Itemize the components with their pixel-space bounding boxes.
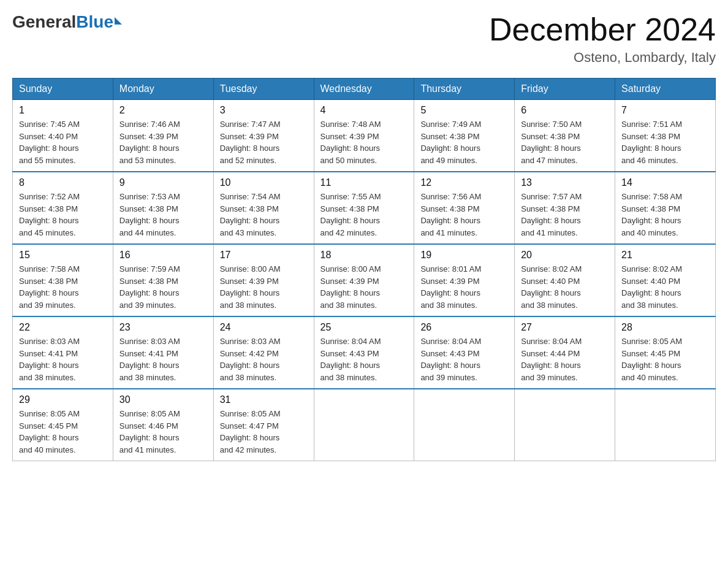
table-row: 27 Sunrise: 8:04 AM Sunset: 4:44 PM Dayl… [515,316,615,389]
table-row: 14 Sunrise: 7:58 AM Sunset: 4:38 PM Dayl… [615,172,716,244]
table-row: 6 Sunrise: 7:50 AM Sunset: 4:38 PM Dayli… [515,100,615,172]
day-number: 10 [220,177,308,188]
day-number: 9 [119,177,207,188]
table-row: 18 Sunrise: 8:00 AM Sunset: 4:39 PM Dayl… [314,244,414,316]
calendar-row-2: 8 Sunrise: 7:52 AM Sunset: 4:38 PM Dayli… [13,172,716,244]
day-number: 28 [621,322,709,333]
table-row: 23 Sunrise: 8:03 AM Sunset: 4:41 PM Dayl… [113,316,213,389]
table-row: 7 Sunrise: 7:51 AM Sunset: 4:38 PM Dayli… [615,100,716,172]
day-info: Sunrise: 8:02 AM Sunset: 4:40 PM Dayligh… [521,263,609,311]
day-info: Sunrise: 8:03 AM Sunset: 4:41 PM Dayligh… [119,335,207,383]
table-row: 21 Sunrise: 8:02 AM Sunset: 4:40 PM Dayl… [615,244,716,316]
day-info: Sunrise: 7:56 AM Sunset: 4:38 PM Dayligh… [420,191,508,239]
calendar-table: Sunday Monday Tuesday Wednesday Thursday… [12,78,716,461]
day-info: Sunrise: 7:58 AM Sunset: 4:38 PM Dayligh… [621,191,709,239]
day-number: 6 [521,105,609,116]
day-number: 30 [119,394,207,405]
table-row [314,389,414,461]
day-info: Sunrise: 7:55 AM Sunset: 4:38 PM Dayligh… [320,191,408,239]
day-info: Sunrise: 7:50 AM Sunset: 4:38 PM Dayligh… [521,118,609,166]
day-info: Sunrise: 7:59 AM Sunset: 4:38 PM Dayligh… [119,263,207,311]
table-row: 2 Sunrise: 7:46 AM Sunset: 4:39 PM Dayli… [113,100,213,172]
table-row: 19 Sunrise: 8:01 AM Sunset: 4:39 PM Dayl… [414,244,515,316]
logo: General Blue [12,12,122,32]
day-number: 3 [220,105,308,116]
day-number: 16 [119,250,207,261]
table-row: 4 Sunrise: 7:48 AM Sunset: 4:39 PM Dayli… [314,100,414,172]
day-number: 13 [521,177,609,188]
day-number: 25 [320,322,408,333]
day-number: 5 [420,105,508,116]
table-row: 16 Sunrise: 7:59 AM Sunset: 4:38 PM Dayl… [113,244,213,316]
day-number: 2 [119,105,207,116]
day-info: Sunrise: 7:46 AM Sunset: 4:39 PM Dayligh… [119,118,207,166]
day-info: Sunrise: 8:04 AM Sunset: 4:44 PM Dayligh… [521,335,609,383]
col-tuesday: Tuesday [213,79,314,100]
logo-general-text: General [12,12,76,32]
day-info: Sunrise: 7:54 AM Sunset: 4:38 PM Dayligh… [220,191,308,239]
day-number: 20 [521,250,609,261]
day-number: 14 [621,177,709,188]
day-number: 11 [320,177,408,188]
table-row [615,389,716,461]
day-number: 8 [19,177,107,188]
table-row: 3 Sunrise: 7:47 AM Sunset: 4:39 PM Dayli… [213,100,314,172]
day-number: 7 [621,105,709,116]
page-header: General Blue December 2024 Osteno, Lomba… [12,12,716,66]
table-row: 29 Sunrise: 8:05 AM Sunset: 4:45 PM Dayl… [13,389,113,461]
table-row: 31 Sunrise: 8:05 AM Sunset: 4:47 PM Dayl… [213,389,314,461]
calendar-row-5: 29 Sunrise: 8:05 AM Sunset: 4:45 PM Dayl… [13,389,716,461]
table-row: 12 Sunrise: 7:56 AM Sunset: 4:38 PM Dayl… [414,172,515,244]
day-number: 4 [320,105,408,116]
col-friday: Friday [515,79,615,100]
day-number: 19 [420,250,508,261]
day-info: Sunrise: 8:02 AM Sunset: 4:40 PM Dayligh… [621,263,709,311]
day-number: 12 [420,177,508,188]
col-wednesday: Wednesday [314,79,414,100]
location-subtitle: Osteno, Lombardy, Italy [489,50,716,66]
table-row: 5 Sunrise: 7:49 AM Sunset: 4:38 PM Dayli… [414,100,515,172]
day-number: 24 [220,322,308,333]
day-number: 18 [320,250,408,261]
col-saturday: Saturday [615,79,716,100]
day-number: 22 [19,322,107,333]
logo-triangle-icon [115,17,122,25]
col-sunday: Sunday [13,79,113,100]
table-row: 17 Sunrise: 8:00 AM Sunset: 4:39 PM Dayl… [213,244,314,316]
day-info: Sunrise: 8:05 AM Sunset: 4:45 PM Dayligh… [621,335,709,383]
title-block: December 2024 Osteno, Lombardy, Italy [489,12,716,66]
day-info: Sunrise: 8:00 AM Sunset: 4:39 PM Dayligh… [220,263,308,311]
day-info: Sunrise: 8:05 AM Sunset: 4:46 PM Dayligh… [119,408,207,456]
day-number: 27 [521,322,609,333]
day-number: 29 [19,394,107,405]
day-info: Sunrise: 8:01 AM Sunset: 4:39 PM Dayligh… [420,263,508,311]
day-info: Sunrise: 8:05 AM Sunset: 4:45 PM Dayligh… [19,408,107,456]
table-row: 13 Sunrise: 7:57 AM Sunset: 4:38 PM Dayl… [515,172,615,244]
table-row: 10 Sunrise: 7:54 AM Sunset: 4:38 PM Dayl… [213,172,314,244]
table-row: 26 Sunrise: 8:04 AM Sunset: 4:43 PM Dayl… [414,316,515,389]
day-number: 26 [420,322,508,333]
day-number: 1 [19,105,107,116]
day-number: 23 [119,322,207,333]
day-info: Sunrise: 7:58 AM Sunset: 4:38 PM Dayligh… [19,263,107,311]
table-row: 20 Sunrise: 8:02 AM Sunset: 4:40 PM Dayl… [515,244,615,316]
day-info: Sunrise: 7:47 AM Sunset: 4:39 PM Dayligh… [220,118,308,166]
logo-blue-text: Blue [76,12,113,32]
day-info: Sunrise: 8:03 AM Sunset: 4:41 PM Dayligh… [19,335,107,383]
calendar-row-3: 15 Sunrise: 7:58 AM Sunset: 4:38 PM Dayl… [13,244,716,316]
day-info: Sunrise: 7:52 AM Sunset: 4:38 PM Dayligh… [19,191,107,239]
day-info: Sunrise: 7:53 AM Sunset: 4:38 PM Dayligh… [119,191,207,239]
table-row [414,389,515,461]
month-year-title: December 2024 [489,12,716,47]
table-row: 11 Sunrise: 7:55 AM Sunset: 4:38 PM Dayl… [314,172,414,244]
table-row: 28 Sunrise: 8:05 AM Sunset: 4:45 PM Dayl… [615,316,716,389]
day-info: Sunrise: 8:04 AM Sunset: 4:43 PM Dayligh… [320,335,408,383]
day-info: Sunrise: 7:48 AM Sunset: 4:39 PM Dayligh… [320,118,408,166]
table-row: 15 Sunrise: 7:58 AM Sunset: 4:38 PM Dayl… [13,244,113,316]
table-row: 1 Sunrise: 7:45 AM Sunset: 4:40 PM Dayli… [13,100,113,172]
table-row [515,389,615,461]
table-row: 25 Sunrise: 8:04 AM Sunset: 4:43 PM Dayl… [314,316,414,389]
table-row: 24 Sunrise: 8:03 AM Sunset: 4:42 PM Dayl… [213,316,314,389]
calendar-row-1: 1 Sunrise: 7:45 AM Sunset: 4:40 PM Dayli… [13,100,716,172]
day-info: Sunrise: 7:57 AM Sunset: 4:38 PM Dayligh… [521,191,609,239]
